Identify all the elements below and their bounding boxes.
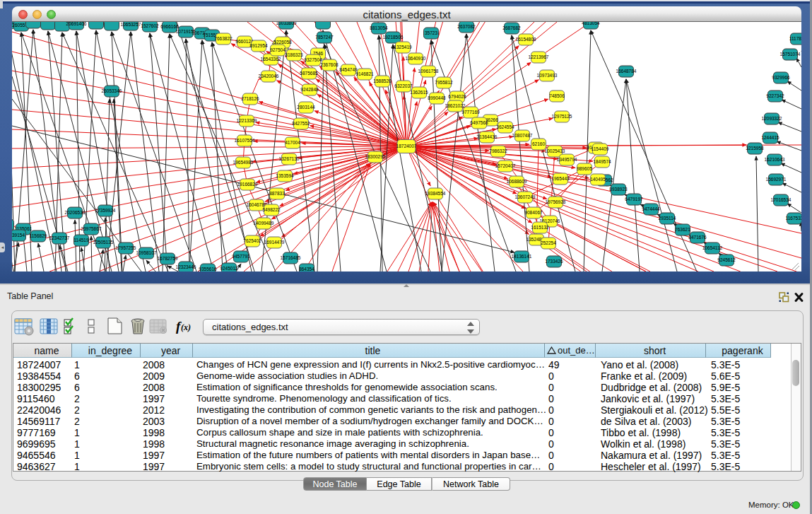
svg-text:16648784: 16648784 bbox=[616, 69, 637, 74]
svg-text:4813054: 4813054 bbox=[582, 22, 600, 25]
svg-text:2803144: 2803144 bbox=[297, 105, 315, 110]
svg-text:35723: 35723 bbox=[425, 30, 437, 35]
svg-text:9474444: 9474444 bbox=[642, 206, 660, 211]
svg-text:15692971: 15692971 bbox=[766, 177, 787, 182]
svg-text:10653257: 10653257 bbox=[121, 22, 141, 27]
svg-text:12342737: 12342737 bbox=[49, 235, 70, 240]
svg-text:5875685: 5875685 bbox=[300, 71, 318, 76]
svg-text:7955812: 7955812 bbox=[435, 80, 453, 85]
svg-text:7857247: 7857247 bbox=[315, 35, 334, 40]
svg-text:1353594: 1353594 bbox=[276, 173, 294, 178]
svg-text:6479197: 6479197 bbox=[625, 197, 643, 201]
svg-text:16914479: 16914479 bbox=[264, 240, 285, 245]
svg-text:10033809: 10033809 bbox=[276, 22, 297, 25]
svg-text:14099489: 14099489 bbox=[254, 221, 274, 226]
svg-text:114519: 114519 bbox=[73, 238, 89, 243]
svg-text:15751074: 15751074 bbox=[780, 52, 801, 57]
svg-text:8912954: 8912954 bbox=[249, 43, 268, 48]
svg-text:9777169: 9777169 bbox=[461, 110, 480, 115]
svg-text:2637082: 2637082 bbox=[457, 24, 476, 29]
svg-text:763621: 763621 bbox=[675, 227, 690, 232]
svg-text:7625402: 7625402 bbox=[243, 238, 261, 243]
svg-text:10025433: 10025433 bbox=[545, 148, 565, 153]
svg-text:19166829: 19166829 bbox=[237, 182, 258, 187]
svg-text:23420046: 23420046 bbox=[259, 74, 279, 78]
svg-text:16154808: 16154808 bbox=[516, 37, 536, 42]
svg-text:12975125: 12975125 bbox=[552, 114, 572, 119]
svg-text:9227342: 9227342 bbox=[766, 93, 784, 98]
svg-text:748506: 748506 bbox=[549, 93, 565, 98]
svg-text:17359924: 17359924 bbox=[95, 208, 116, 213]
svg-text:1527602: 1527602 bbox=[141, 23, 159, 28]
svg-text:8813054: 8813054 bbox=[370, 25, 388, 30]
svg-text:1156829: 1156829 bbox=[30, 233, 47, 238]
svg-text:10807487: 10807487 bbox=[512, 133, 533, 138]
svg-text:26053346: 26053346 bbox=[102, 88, 122, 93]
svg-text:20206536: 20206536 bbox=[65, 210, 86, 215]
svg-text:1117896: 1117896 bbox=[789, 36, 801, 41]
svg-text:12323446: 12323446 bbox=[176, 264, 196, 269]
svg-text:1849574: 1849574 bbox=[593, 159, 611, 164]
svg-text:8454749: 8454749 bbox=[339, 67, 358, 72]
svg-text:2687682: 2687682 bbox=[502, 25, 521, 30]
svg-text:7986322: 7986322 bbox=[489, 148, 507, 153]
svg-text:1167533: 1167533 bbox=[786, 216, 801, 221]
svg-text:10654112: 10654112 bbox=[702, 245, 723, 250]
svg-text:7663822: 7663822 bbox=[214, 36, 233, 41]
svg-text:1154409: 1154409 bbox=[592, 146, 609, 151]
svg-text:13267130: 13267130 bbox=[279, 156, 300, 161]
svg-text:23975867: 23975867 bbox=[81, 226, 102, 231]
svg-text:10961758: 10961758 bbox=[418, 69, 439, 74]
svg-text:10688609: 10688609 bbox=[507, 179, 527, 184]
svg-text:8990448: 8990448 bbox=[428, 95, 446, 100]
svg-text:1733426: 1733426 bbox=[545, 259, 563, 264]
svg-text:1615132: 1615132 bbox=[531, 225, 549, 230]
svg-text:12505135: 12505135 bbox=[93, 240, 114, 245]
svg-text:140495: 140495 bbox=[590, 177, 606, 182]
svg-text:17957255: 17957255 bbox=[116, 245, 136, 250]
svg-text:9327504: 9327504 bbox=[304, 57, 322, 62]
svg-text:18724007: 18724007 bbox=[396, 144, 417, 148]
svg-text:15720407: 15720407 bbox=[495, 163, 516, 168]
svg-text:927504: 927504 bbox=[270, 47, 286, 52]
svg-text:864354: 864354 bbox=[299, 267, 314, 271]
svg-text:9242848: 9242848 bbox=[300, 87, 319, 92]
svg-text:6322037: 6322037 bbox=[394, 83, 413, 88]
svg-text:13495794: 13495794 bbox=[557, 157, 577, 162]
svg-text:39154: 39154 bbox=[12, 233, 25, 238]
svg-text:18300295: 18300295 bbox=[365, 154, 386, 159]
svg-text:16210643: 16210643 bbox=[765, 157, 785, 162]
svg-text:1244415: 1244415 bbox=[761, 135, 779, 140]
svg-text:8427552: 8427552 bbox=[292, 121, 310, 126]
svg-text:20691406: 20691406 bbox=[66, 22, 87, 26]
svg-text:21364436: 21364436 bbox=[477, 134, 498, 139]
svg-text:9245612: 9245612 bbox=[717, 257, 736, 262]
svg-text:62160: 62160 bbox=[532, 141, 545, 146]
svg-text:19384554: 19384554 bbox=[425, 191, 446, 196]
svg-text:16782759: 16782759 bbox=[158, 256, 178, 261]
svg-text:16543362: 16543362 bbox=[261, 57, 281, 62]
svg-text:3624554: 3624554 bbox=[496, 124, 514, 129]
svg-text:9329966: 9329966 bbox=[772, 75, 790, 80]
svg-text:12093322: 12093322 bbox=[762, 116, 782, 121]
svg-text:14136141: 14136141 bbox=[512, 254, 532, 259]
svg-text:9355616: 9355616 bbox=[199, 267, 217, 271]
svg-text:5226058: 5226058 bbox=[273, 40, 292, 45]
svg-text:417004: 417004 bbox=[285, 140, 300, 145]
svg-text:16107554: 16107554 bbox=[235, 138, 255, 143]
svg-text:17016534: 17016534 bbox=[771, 197, 792, 202]
svg-text:887833: 887833 bbox=[269, 191, 285, 196]
svg-text:1362615: 1362615 bbox=[410, 90, 428, 95]
svg-text:1325419: 1325419 bbox=[394, 45, 412, 49]
svg-text:9146821: 9146821 bbox=[355, 71, 374, 76]
svg-text:2935114: 2935114 bbox=[659, 216, 676, 221]
svg-text:9245012: 9245012 bbox=[220, 266, 238, 271]
svg-text:10958107: 10958107 bbox=[136, 250, 157, 255]
svg-text:1588520: 1588520 bbox=[373, 78, 392, 83]
svg-text:8186323: 8186323 bbox=[285, 52, 303, 57]
svg-text:8471676: 8471676 bbox=[688, 235, 707, 240]
svg-text:3498222: 3498222 bbox=[262, 207, 281, 212]
svg-text:19654985: 19654985 bbox=[233, 160, 254, 165]
svg-text:6794028: 6794028 bbox=[448, 94, 466, 99]
svg-text:15716485: 15716485 bbox=[281, 255, 301, 260]
